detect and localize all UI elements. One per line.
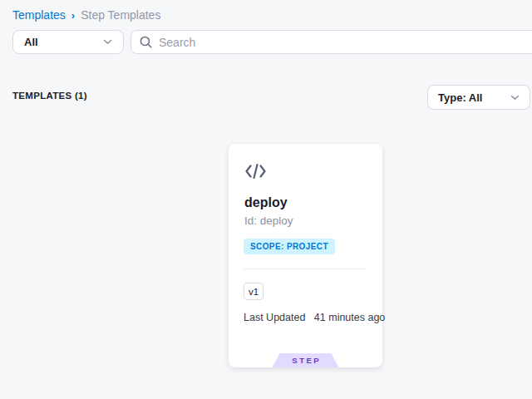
scope-filter-value: All xyxy=(24,36,38,48)
code-icon xyxy=(244,163,267,180)
scope-filter-dropdown[interactable]: All xyxy=(12,30,124,54)
card-divider xyxy=(244,268,367,269)
breadcrumb-templates-link[interactable]: Templates xyxy=(12,8,66,22)
last-updated-value: 41 minutes ago xyxy=(314,312,385,323)
template-id: Id: deploy xyxy=(244,214,293,227)
search-icon xyxy=(140,36,152,48)
version-chip: v1 xyxy=(244,283,264,300)
type-filter-value: Type: All xyxy=(438,91,482,104)
step-templates-page: Templates › Step Templates All TEMPLATES… xyxy=(0,0,532,399)
scope-badge: SCOPE: PROJECT xyxy=(244,239,335,254)
search-box[interactable] xyxy=(131,30,532,54)
last-updated-label: Last Updated xyxy=(244,312,305,323)
breadcrumb-separator-icon: › xyxy=(71,9,75,22)
breadcrumb: Templates › Step Templates xyxy=(12,8,160,22)
template-type-tag: STEP xyxy=(273,353,339,367)
chevron-down-icon xyxy=(510,95,520,101)
template-card-deploy[interactable]: deploy Id: deploy SCOPE: PROJECT v1 Last… xyxy=(229,144,382,367)
templates-count-heading: TEMPLATES (1) xyxy=(12,91,87,101)
chevron-down-icon xyxy=(103,39,112,45)
breadcrumb-step-templates: Step Templates xyxy=(81,8,160,22)
search-input[interactable] xyxy=(159,36,532,49)
template-title: deploy xyxy=(244,195,288,210)
last-updated: Last Updated 41 minutes ago xyxy=(244,312,385,323)
type-filter-dropdown[interactable]: Type: All xyxy=(427,85,530,110)
